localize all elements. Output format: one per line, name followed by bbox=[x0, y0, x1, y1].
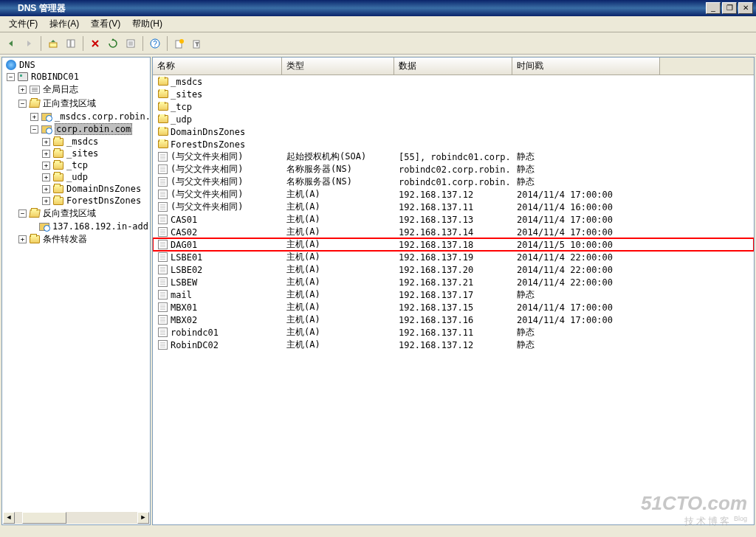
tree-reverse-137[interactable]: 137.168.192.in-addr bbox=[2, 221, 150, 232]
up-button[interactable] bbox=[45, 35, 61, 52]
cell-time: 2014/11/4 22:00:00 bbox=[512, 252, 660, 263]
column-header-type[interactable]: 类型 bbox=[282, 58, 394, 75]
collapse-icon[interactable]: − bbox=[7, 73, 15, 81]
cell-name: _tcp bbox=[153, 102, 282, 112]
cell-name: (与父文件夹相同) bbox=[153, 163, 282, 176]
collapse-icon[interactable]: − bbox=[30, 125, 38, 134]
list-row[interactable]: _udp bbox=[153, 113, 754, 125]
list-row[interactable]: MBX01主机(A)192.168.137.152014/11/4 17:00:… bbox=[153, 301, 754, 313]
column-header-time[interactable]: 时间戳 bbox=[512, 58, 660, 75]
tree-root-dns[interactable]: DNS bbox=[2, 59, 150, 71]
menu-operate[interactable]: 操作(A) bbox=[44, 16, 85, 32]
list-row[interactable]: _sites bbox=[153, 88, 754, 100]
close-button[interactable]: ✕ bbox=[738, 2, 753, 14]
cell-data: 192.168.137.13 bbox=[394, 215, 512, 225]
expand-icon[interactable]: + bbox=[42, 185, 50, 193]
tree-sub-forestdns[interactable]: +ForestDnsZones bbox=[2, 195, 150, 207]
list-row[interactable]: (与父文件夹相同)名称服务器(NS)robindc02.corp.robin..… bbox=[153, 163, 754, 176]
delete-button[interactable] bbox=[87, 35, 103, 52]
list-row[interactable]: _tcp bbox=[153, 100, 754, 113]
menu-file[interactable]: 文件(F) bbox=[3, 16, 44, 32]
forward-button[interactable] bbox=[21, 35, 37, 52]
properties-button[interactable] bbox=[123, 35, 139, 52]
collapse-icon[interactable]: − bbox=[18, 100, 27, 108]
list-row[interactable]: (与父文件夹相同)主机(A)192.168.137.112014/11/4 16… bbox=[153, 201, 754, 213]
tree-zone-msdcs-corp[interactable]: +_msdcs.corp.robin.c bbox=[2, 111, 150, 122]
list-row[interactable]: RobinDC02主机(A)192.168.137.12静态 bbox=[153, 339, 754, 351]
tree-reverse-zones[interactable]: −反向查找区域 bbox=[2, 207, 150, 221]
expand-icon[interactable]: + bbox=[42, 162, 50, 170]
cell-data: 192.168.137.12 bbox=[394, 190, 512, 200]
expand-icon[interactable]: + bbox=[42, 197, 50, 205]
list-row[interactable]: (与父文件夹相同)起始授权机构(SOA)[55], robindc01.corp… bbox=[153, 150, 754, 163]
show-hide-button[interactable] bbox=[63, 35, 79, 52]
record-icon bbox=[158, 152, 168, 162]
record-icon bbox=[158, 227, 168, 237]
cell-type: 主机(A) bbox=[282, 226, 394, 238]
zone-icon bbox=[41, 125, 52, 134]
cell-name: CAS01 bbox=[153, 215, 282, 225]
list-row[interactable]: LSBE02主机(A)192.168.137.202014/11/4 22:00… bbox=[153, 263, 754, 276]
menu-view[interactable]: 查看(V) bbox=[85, 16, 126, 32]
list-row[interactable]: CAS02主机(A)192.168.137.142014/11/4 17:00:… bbox=[153, 226, 754, 238]
new-record-button[interactable] bbox=[171, 35, 188, 52]
expand-icon[interactable]: + bbox=[30, 113, 38, 121]
list-row[interactable]: LSBEW主机(A)192.168.137.212014/11/4 22:00:… bbox=[153, 276, 754, 288]
list-header: 名称 类型 数据 时间戳 bbox=[153, 58, 754, 75]
list-row[interactable]: _msdcs bbox=[153, 75, 754, 88]
cell-name: CAS02 bbox=[153, 227, 282, 238]
tree-cond-forwarders[interactable]: +条件转发器 bbox=[2, 232, 150, 246]
tree-global-log[interactable]: +全局日志 bbox=[2, 83, 150, 97]
minimize-button[interactable]: _ bbox=[706, 2, 721, 14]
tree-zone-corp-robin[interactable]: −corp.robin.com bbox=[2, 122, 150, 136]
cell-data: 192.168.137.14 bbox=[394, 227, 512, 238]
scroll-thumb[interactable] bbox=[22, 512, 66, 524]
tree-hscrollbar[interactable]: ◄ ► bbox=[3, 512, 149, 524]
list-row[interactable]: MBX02主机(A)192.168.137.162014/11/4 17:00:… bbox=[153, 313, 754, 326]
tree-pane[interactable]: DNS −ROBINDC01 +全局日志 −正向查找区域 +_msdcs.cor… bbox=[1, 57, 151, 525]
folder-icon bbox=[53, 173, 63, 181]
expand-icon[interactable]: + bbox=[18, 235, 27, 243]
back-button[interactable] bbox=[3, 35, 19, 52]
list-pane[interactable]: 名称 类型 数据 时间戳 _msdcs_sites_tcp_udpDomainD… bbox=[152, 57, 755, 525]
list-row[interactable]: robindc01主机(A)192.168.137.11静态 bbox=[153, 326, 754, 339]
filter-button[interactable] bbox=[189, 35, 205, 52]
help-button[interactable]: ? bbox=[147, 35, 163, 52]
tree-sub-tcp[interactable]: +_tcp bbox=[2, 159, 150, 171]
scroll-left-button[interactable]: ◄ bbox=[3, 512, 15, 524]
list-row[interactable]: DAG01主机(A)192.168.137.182014/11/5 10:00:… bbox=[153, 238, 754, 251]
cell-name: MBX02 bbox=[153, 315, 282, 325]
tree-sub-domaindns[interactable]: +DomainDnsZones bbox=[2, 183, 150, 195]
scroll-right-button[interactable]: ► bbox=[137, 512, 149, 524]
expand-icon[interactable]: + bbox=[42, 150, 50, 158]
refresh-button[interactable] bbox=[105, 35, 121, 52]
record-icon bbox=[158, 315, 168, 325]
cell-data: 192.168.137.17 bbox=[394, 290, 512, 300]
tree-sub-sites[interactable]: +_sites bbox=[2, 148, 150, 159]
tree-server[interactable]: −ROBINDC01 bbox=[2, 71, 150, 83]
column-header-data[interactable]: 数据 bbox=[394, 58, 512, 75]
tree-sub-udp[interactable]: +_udp bbox=[2, 171, 150, 183]
expand-icon[interactable]: + bbox=[42, 138, 50, 146]
maximize-button[interactable]: ❐ bbox=[722, 2, 737, 14]
cell-type: 主机(A) bbox=[282, 313, 394, 326]
tree-forward-zones[interactable]: −正向查找区域 bbox=[2, 97, 150, 111]
expand-icon[interactable]: + bbox=[42, 173, 50, 181]
list-row[interactable]: (与父文件夹相同)名称服务器(NS)robindc01.corp.robin..… bbox=[153, 176, 754, 188]
collapse-icon[interactable]: − bbox=[18, 209, 27, 218]
list-row[interactable]: DomainDnsZones bbox=[153, 125, 754, 138]
cell-time: 2014/11/4 17:00:00 bbox=[512, 190, 660, 200]
list-row[interactable]: LSBE01主机(A)192.168.137.192014/11/4 22:00… bbox=[153, 251, 754, 263]
tree-sub-msdcs[interactable]: +_msdcs bbox=[2, 136, 150, 148]
list-row[interactable]: (与父文件夹相同)主机(A)192.168.137.122014/11/4 17… bbox=[153, 188, 754, 201]
column-header-name[interactable]: 名称 bbox=[153, 58, 282, 75]
list-row[interactable]: ForestDnsZones bbox=[153, 138, 754, 150]
server-icon bbox=[18, 72, 28, 81]
folder-icon bbox=[53, 162, 63, 170]
menu-help[interactable]: 帮助(H) bbox=[126, 16, 168, 32]
expand-icon[interactable]: + bbox=[18, 86, 27, 94]
cell-time: 2014/11/4 17:00:00 bbox=[512, 315, 660, 325]
list-row[interactable]: mail主机(A)192.168.137.17静态 bbox=[153, 288, 754, 301]
toolbar-separator bbox=[41, 36, 41, 51]
list-row[interactable]: CAS01主机(A)192.168.137.132014/11/4 17:00:… bbox=[153, 213, 754, 226]
